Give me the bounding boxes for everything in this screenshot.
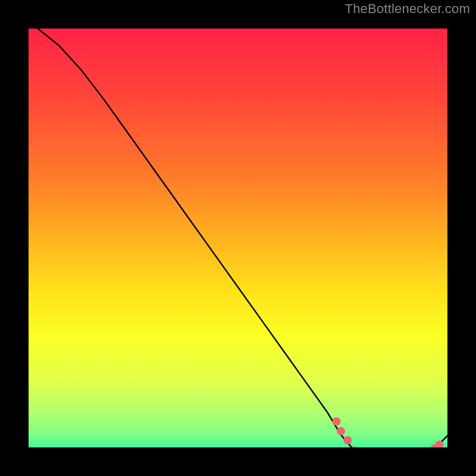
curve-marker (337, 427, 345, 436)
bottleneck-chart (0, 0, 476, 476)
chart-stage: TheBottlenecker.com (0, 0, 476, 476)
curve-marker (332, 417, 340, 425)
curve-marker (343, 436, 352, 444)
gradient-background (14, 14, 462, 462)
attribution-label: TheBottlenecker.com (345, 1, 470, 17)
